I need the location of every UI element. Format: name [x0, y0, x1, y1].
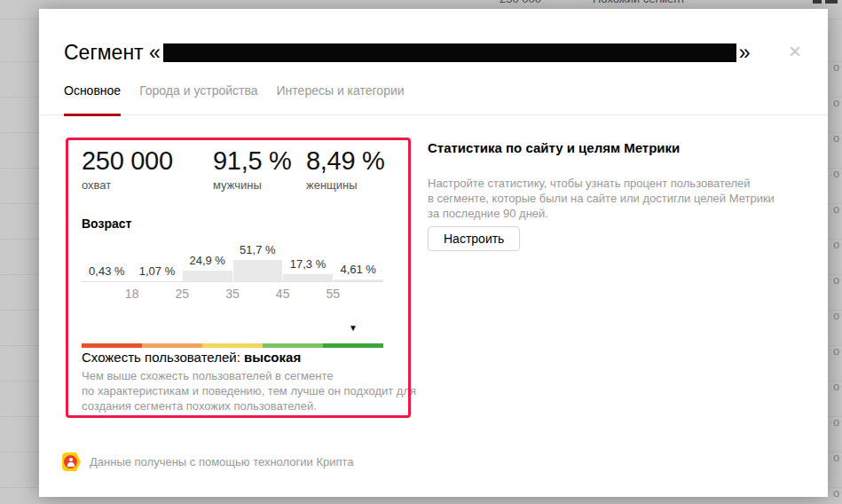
stat-reach-label: охват [82, 178, 213, 192]
age-axis-tick: 18 [125, 287, 139, 301]
tab-main[interactable]: Основное [64, 83, 121, 114]
clipped-row-letter: о [833, 167, 839, 180]
clipped-row-letter: о [833, 344, 839, 358]
background-table-row: 250 000 Похожий сегмент [0, 0, 842, 8]
similarity-description: Чем выше схожесть пользователей в сегмен… [82, 368, 419, 413]
clipped-row-letter: о [833, 96, 839, 109]
gradient-segment [202, 343, 263, 348]
configure-button[interactable]: Настроить [428, 226, 520, 251]
age-bar-35–45: 51,7 % [232, 231, 283, 281]
age-axis-tick: 45 [276, 287, 290, 301]
age-bar-55+: 4,61 % [333, 231, 383, 281]
clipped-row-letter: о [833, 380, 839, 393]
age-bar-45–55: 17,3 % [283, 231, 334, 281]
age-bar-18–25: 1,07 % [132, 231, 183, 281]
clipped-row-letter: о [833, 486, 839, 500]
clipped-row-letter: о [833, 202, 839, 216]
similarity-scale: ▼ [82, 324, 383, 348]
stat-women-label: женщины [306, 178, 385, 192]
tab-bar: Основное Города и устройства Интересы и … [39, 83, 828, 115]
similarity-label: Схожесть пользователей: [82, 350, 244, 365]
stat-men-value: 91,5 % [213, 146, 306, 175]
age-chart: 0,43 %1,07 %24,9 %51,7 %17,3 %4,61 % 182… [82, 231, 383, 302]
segment-dialog: Сегмент «» × Основное Города и устройств… [39, 9, 828, 497]
stat-women: 8,49 % женщины [306, 146, 385, 192]
dialog-title-prefix: Сегмент « [64, 41, 161, 65]
crypta-note: Данные получены с помощью технологии Кри… [90, 455, 354, 469]
dialog-title-suffix: » [739, 41, 751, 65]
age-bar-25–35: 24,9 % [182, 231, 232, 281]
gradient-segment [323, 343, 383, 348]
clipped-row-letter: о [833, 451, 839, 464]
crypta-icon [62, 453, 81, 471]
clipped-row-letter: о [833, 309, 839, 322]
gradient-segment [263, 343, 323, 348]
metrika-description: Настройте статистику, чтобы узнать проце… [428, 176, 783, 221]
stat-reach-value: 250 000 [82, 146, 213, 175]
stat-reach: 250 000 охват [82, 146, 213, 192]
metrika-section-title: Статистика по сайту и целям Метрики [428, 140, 680, 155]
similarity-value: высокая [244, 350, 301, 365]
age-axis-tick: 25 [176, 287, 190, 301]
background-segment-type: Похожий сегмент [593, 0, 685, 5]
clipped-row-letter: о [833, 415, 839, 429]
age-axis-tick: 55 [327, 287, 341, 301]
clipped-row-letter: о [833, 131, 839, 145]
right-edge-fragments: ооооооооооооо [828, 0, 842, 504]
age-section-title: Возраст [82, 217, 131, 231]
gradient-segment [82, 343, 142, 348]
stat-men: 91,5 % мужчины [213, 146, 306, 192]
stat-men-label: мужчины [213, 178, 306, 192]
clipped-row-letter: о [833, 60, 839, 74]
background-reach-value: 250 000 [500, 0, 541, 5]
clipped-row-letter: о [833, 238, 839, 251]
close-icon[interactable]: × [784, 41, 806, 62]
age-chart-ticks: 1825354555 [82, 282, 383, 302]
tab-interests-categories[interactable]: Интересы и категории [277, 83, 405, 114]
dialog-title: Сегмент «» [64, 41, 751, 65]
age-bar-до 18: 0,43 % [82, 231, 132, 281]
page: { "background": { "top_row": { "reach": … [0, 0, 842, 504]
stats-row: 250 000 охват 91,5 % мужчины 8,49 % женщ… [82, 146, 385, 192]
redacted-segment-name [163, 43, 736, 62]
similarity-line: Схожесть пользователей: высокая [82, 350, 301, 365]
tab-cities-devices[interactable]: Города и устройства [139, 83, 257, 114]
clipped-text-fragment [813, 0, 822, 4]
age-axis-tick: 35 [225, 287, 240, 301]
footer: Данные получены с помощью технологии Кри… [62, 453, 354, 471]
clipped-row-letter: о [833, 273, 839, 287]
gradient-segment [142, 343, 202, 348]
stat-women-value: 8,49 % [306, 146, 385, 175]
similarity-marker: ▼ [349, 324, 358, 333]
age-chart-bars: 0,43 %1,07 %24,9 %51,7 %17,3 %4,61 % [82, 231, 383, 282]
similarity-gradient [82, 343, 383, 348]
